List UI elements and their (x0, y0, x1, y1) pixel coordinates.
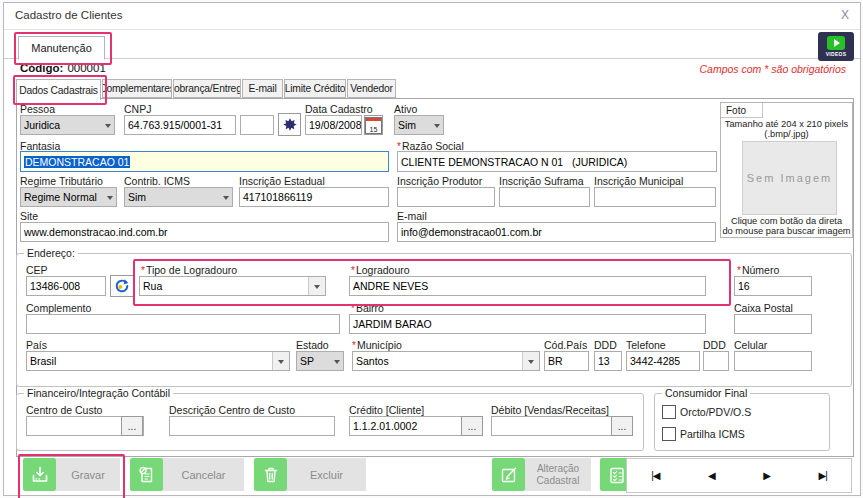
pais-select[interactable]: Brasil (26, 351, 290, 371)
tab-cobranca-entrega[interactable]: Cobrança/Entrega (173, 79, 241, 98)
ativo-label: Ativo (394, 103, 417, 115)
cep-input[interactable]: 13486-008 (26, 276, 106, 296)
ddd-telefone-input[interactable]: 13 (594, 351, 622, 371)
foto-size-hint: Tamanho até 204 x 210 pixels (721, 119, 852, 129)
chevron-down-icon (434, 124, 440, 131)
nav-last-button[interactable]: ▶| (808, 466, 836, 485)
inscricao-produtor-input[interactable] (397, 187, 495, 207)
cep-lookup-icon (114, 278, 130, 294)
credito-cliente-label: Crédito [Cliente] (349, 404, 424, 416)
foto-placeholder[interactable]: Sem Imagem (742, 141, 837, 215)
chevron-down-icon (223, 196, 229, 203)
centro-custo-label: Centro de Custo (26, 404, 102, 416)
site-input[interactable]: www.demonstracao.ind.com.br (20, 222, 389, 242)
videos-button[interactable]: VIDEOS (818, 32, 854, 61)
alteracao-cadastral-button[interactable]: Alteração Cadastral (525, 458, 591, 491)
chevron-down-icon (314, 285, 320, 292)
debito-vendas-label: Débito [Vendas/Receitas] (491, 404, 609, 416)
foto-panel[interactable]: Foto Tamanho até 204 x 210 pixels (.bmp/… (720, 102, 853, 238)
tab-dados-cadastrais[interactable]: Dados Cadastrais (16, 79, 101, 100)
endereco-legend: Endereço: (24, 247, 78, 259)
tab-limite-credito[interactable]: Limite Crédito (284, 79, 346, 98)
tab-vendedor[interactable]: Vendedor (347, 79, 396, 98)
alteracao-cadastral-button-icon[interactable] (492, 458, 525, 491)
credito-cliente-input[interactable]: 1.1.2.01.0002 (349, 416, 462, 436)
edit-pencil-icon (499, 465, 519, 485)
consumidor-final-legend: Consumidor Final (662, 387, 750, 399)
gravar-button[interactable]: Gravar (56, 458, 120, 491)
inscricao-municipal-input[interactable] (594, 187, 716, 207)
celular-input[interactable] (734, 351, 812, 371)
tab-complementares[interactable]: Complementares (102, 79, 172, 98)
save-icon (30, 465, 50, 485)
cnpj-input[interactable]: 64.763.915/0001-31 (124, 115, 236, 135)
trash-icon (261, 465, 281, 485)
inscricao-suframa-input[interactable] (499, 187, 590, 207)
cod-pais-input[interactable]: BR (544, 351, 589, 371)
close-icon[interactable]: X (841, 8, 849, 22)
cnpj-aux-input[interactable] (240, 115, 274, 135)
financeiro-legend: Financeiro/Integração Contábil (24, 387, 173, 399)
razao-social-input[interactable]: CLIENTE DEMONSTRACAO N 01 (JURIDICA) (397, 151, 717, 172)
cancelar-button-icon[interactable] (130, 458, 163, 491)
tab-manutencao[interactable]: Manutenção (18, 36, 105, 60)
screenshot-stage: Cadastro de Clientes X Manutenção VIDEOS… (0, 0, 863, 498)
telefone-label: Telefone (626, 339, 666, 351)
regime-tributario-select[interactable]: Regime Normal (20, 187, 117, 207)
contrib-icms-label: Contrib. ICMS (124, 175, 190, 187)
complemento-input[interactable] (26, 314, 340, 334)
checkbox-orcto-pdv-os[interactable]: Orcto/PDV/O.S (662, 405, 751, 419)
telefone-input[interactable]: 3442-4285 (626, 351, 700, 371)
consumidor-final-group: Consumidor Final (654, 393, 830, 451)
descricao-centro-custo-input[interactable] (169, 416, 335, 436)
cep-lookup-button[interactable] (110, 275, 134, 297)
codigo-row: Código:000001 (20, 62, 106, 74)
chevron-down-icon (105, 124, 111, 131)
logradouro-input[interactable]: ANDRE NEVES (349, 276, 706, 296)
checkbox-partilha-icms[interactable]: Partilha ICMS (662, 427, 745, 441)
municipio-label: *Município (352, 339, 402, 351)
checkbox-unchecked-icon (662, 405, 676, 419)
nav-prev-button[interactable]: ◀ (698, 466, 725, 485)
bairro-input[interactable]: JARDIM BARAO (349, 314, 706, 334)
nav-first-button[interactable]: |◀ (641, 466, 669, 485)
pessoa-select[interactable]: Juridica (20, 115, 115, 135)
debito-vendas-input[interactable] (491, 416, 612, 436)
chevron-down-icon (334, 360, 340, 367)
contrib-icms-select[interactable]: Sim (124, 187, 233, 207)
municipio-select[interactable]: Santos (352, 351, 540, 371)
caixa-postal-input[interactable] (734, 314, 812, 334)
centro-custo-lookup-button[interactable]: ... (121, 416, 143, 436)
credito-lookup-button[interactable]: ... (461, 416, 483, 436)
inscricao-estadual-input[interactable]: 417101866119 (239, 187, 389, 207)
tipo-logradouro-label: *Tipo de Logradouro (141, 264, 237, 276)
numero-label: *Número (737, 264, 779, 276)
foto-title: Foto (721, 103, 763, 118)
estado-select[interactable]: SP (296, 351, 344, 371)
email-label: E-mail (397, 210, 427, 222)
data-cadastro-input[interactable]: 19/08/2008 (305, 115, 362, 135)
email-input[interactable]: info@demonstracao01.com.br (397, 222, 716, 242)
pessoa-label: Pessoa (20, 103, 55, 115)
tipo-logradouro-select[interactable]: Rua (139, 276, 326, 296)
numero-input[interactable]: 16 (734, 276, 812, 296)
site-label: Site (20, 210, 38, 222)
data-cadastro-calendar-button[interactable]: 15 (364, 115, 383, 135)
cancelar-button[interactable]: Cancelar (163, 458, 244, 491)
gravar-button-icon[interactable] (23, 458, 56, 491)
cod-pais-label: Cód.País (544, 339, 587, 351)
window-titlebar: Cadastro de Clientes X (4, 3, 860, 30)
ddd-celular-input[interactable] (703, 351, 729, 371)
regime-tributario-label: Regime Tributário (20, 175, 103, 187)
excluir-button-icon[interactable] (254, 458, 287, 491)
codigo-value: 000001 (67, 62, 105, 74)
debito-lookup-button[interactable]: ... (611, 416, 633, 436)
cnpj-verify-button[interactable] (278, 113, 301, 136)
excluir-button[interactable]: Excluir (287, 458, 366, 491)
data-cadastro-label: Data Cadastro (305, 103, 373, 115)
selected-text: DEMONSTRACAO 01 (24, 156, 130, 168)
tab-email[interactable]: E-mail (242, 79, 283, 98)
nav-next-button[interactable]: ▶ (753, 466, 780, 485)
fantasia-input[interactable]: DEMONSTRACAO 01 (20, 151, 389, 172)
ativo-select[interactable]: Sim (394, 115, 444, 135)
